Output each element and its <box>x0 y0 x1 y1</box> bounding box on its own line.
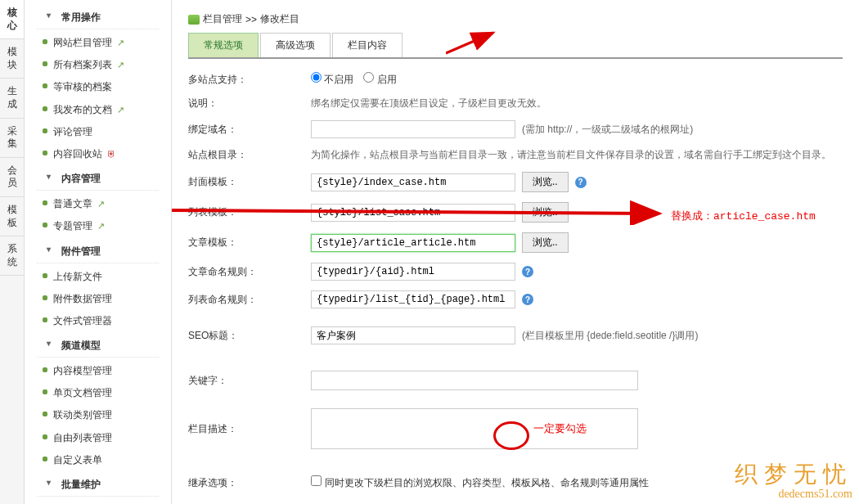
tab-general[interactable]: 常规选项 <box>188 33 259 57</box>
sidebar-item[interactable]: 上传新文件 <box>25 266 171 288</box>
domain-label: 绑定域名： <box>188 123 311 137</box>
siteroot-text: 为简化操作，站点根目录与当前栏目目录一致，请注意当前栏目文件保存目录的设置，域名… <box>311 148 831 162</box>
sidebar-group-title[interactable]: 频道模型 <box>37 335 159 358</box>
nav-tab-6[interactable]: 系统 <box>0 236 24 276</box>
annotation-check-text: 一定要勾选 <box>533 421 587 436</box>
browse-button-list[interactable]: 浏览.. <box>522 202 569 223</box>
nav-tab-2[interactable]: 生成 <box>0 79 24 118</box>
link-icon: ↗ <box>97 221 105 231</box>
link-icon: ↗ <box>117 38 124 47</box>
browse-button-article[interactable]: 浏览.. <box>522 232 569 253</box>
book-icon <box>188 15 200 25</box>
seo-label: SEO标题： <box>188 329 311 343</box>
article-rule-input[interactable] <box>311 263 515 281</box>
sidebar-item[interactable]: 所有档案列表↗ <box>25 54 171 76</box>
help-icon[interactable]: ? <box>522 294 533 305</box>
sidebar-item[interactable]: 网站栏目管理↗ <box>25 32 171 54</box>
sidebar-item[interactable]: 自由列表管理 <box>25 427 171 449</box>
sidebar-item[interactable]: 我发布的文档↗ <box>25 99 171 121</box>
nav-tab-0[interactable]: 核心 <box>0 0 24 39</box>
radio-multisite-off[interactable]: 不启用 <box>311 72 353 87</box>
nav-tab-4[interactable]: 会员 <box>0 158 24 197</box>
sidebar-item[interactable]: 自定义表单 <box>25 449 171 471</box>
inherit-checkbox-label[interactable]: 同时更改下级栏目的浏览权限、内容类型、模板风格、命名规则等通用属性 <box>311 475 649 490</box>
option-tabs: 常规选项 高级选项 栏目内容 <box>188 33 843 59</box>
sidebar-group-title[interactable]: 系统帮助 <box>37 499 159 504</box>
sidebar-group-title[interactable]: 批量维护 <box>37 474 159 497</box>
help-icon[interactable]: ? <box>522 266 533 277</box>
list-tpl-input[interactable] <box>311 204 515 222</box>
list-rule-input[interactable] <box>311 290 515 308</box>
article-tpl-label: 文章模板： <box>188 236 311 250</box>
help-icon[interactable]: ? <box>575 177 587 188</box>
nav-tab-5[interactable]: 模板 <box>0 197 24 236</box>
sidebar-item[interactable]: 单页文档管理 <box>25 382 171 404</box>
left-nav-tabs: 核心模块生成采集会员模板系统 <box>0 0 25 504</box>
sidebar-item[interactable]: 内容模型管理 <box>25 360 171 382</box>
browse-button-cover[interactable]: 浏览.. <box>522 172 569 192</box>
desc-input[interactable] <box>311 408 638 449</box>
sidebar: 常用操作网站栏目管理↗所有档案列表↗等审核的档案我发布的文档↗评论管理内容回收站… <box>25 0 172 504</box>
seo-input[interactable] <box>311 326 515 344</box>
sidebar-item[interactable]: 专题管理↗ <box>25 215 171 237</box>
breadcrumb: 栏目管理 >> 修改栏目 <box>188 8 843 33</box>
keywords-input[interactable] <box>311 371 638 390</box>
cover-tpl-label: 封面模板： <box>188 175 311 189</box>
tab-advanced[interactable]: 高级选项 <box>260 33 331 57</box>
sidebar-group-title[interactable]: 常用操作 <box>37 7 159 29</box>
seo-hint: (栏目模板里用 {dede:field.seotitle /}调用) <box>522 329 698 343</box>
note-label: 说明： <box>188 97 311 110</box>
keywords-label: 关键字： <box>188 374 311 388</box>
article-rule-label: 文章命名规则： <box>188 265 311 279</box>
sidebar-item[interactable]: 附件数据管理 <box>25 288 171 310</box>
siteroot-label: 站点根目录： <box>188 148 311 162</box>
nav-tab-3[interactable]: 采集 <box>0 119 24 158</box>
note-text: 绑名绑定仅需要在顶级栏目设定，子级栏目更改无效。 <box>311 97 546 110</box>
article-tpl-input[interactable] <box>311 234 515 252</box>
link-icon: ⛨ <box>107 149 116 159</box>
sidebar-item[interactable]: 联动类别管理 <box>25 404 171 426</box>
sidebar-item[interactable]: 文件式管理器 <box>25 310 171 332</box>
inherit-checkbox[interactable] <box>311 475 322 486</box>
sidebar-item[interactable]: 内容回收站⛨ <box>25 143 171 165</box>
main-panel: 栏目管理 >> 修改栏目 常规选项 高级选项 栏目内容 多站点支持： 不启用 启… <box>172 0 859 504</box>
link-icon: ↗ <box>97 199 105 209</box>
list-tpl-label: 列表模板： <box>188 205 311 219</box>
domain-input[interactable] <box>311 120 515 138</box>
sidebar-item[interactable]: 评论管理 <box>25 121 171 143</box>
radio-multisite-on[interactable]: 启用 <box>363 72 396 87</box>
sidebar-item[interactable]: 普通文章↗ <box>25 193 171 215</box>
inherit-label: 继承选项： <box>188 476 311 490</box>
list-rule-label: 列表命名规则： <box>188 293 311 307</box>
link-icon: ↗ <box>117 60 124 70</box>
annotation-replace-text: 替换成：article_case.htm <box>671 209 816 223</box>
tab-content[interactable]: 栏目内容 <box>332 33 403 57</box>
desc-label: 栏目描述： <box>188 422 311 436</box>
breadcrumb-current: 修改栏目 <box>260 12 299 26</box>
sidebar-group-title[interactable]: 内容管理 <box>37 168 159 191</box>
multisite-label: 多站点支持： <box>188 73 311 87</box>
domain-hint: (需加 http://，一级或二级域名的根网址) <box>522 123 693 137</box>
breadcrumb-sep: >> <box>245 14 257 25</box>
sidebar-group-title[interactable]: 附件管理 <box>37 241 159 263</box>
sidebar-item[interactable]: 等审核的档案 <box>25 76 171 98</box>
link-icon: ↗ <box>117 105 124 115</box>
breadcrumb-root[interactable]: 栏目管理 <box>203 12 242 26</box>
watermark: 织梦无忧 dedecms51.com <box>735 462 852 500</box>
cover-tpl-input[interactable] <box>311 173 515 191</box>
nav-tab-1[interactable]: 模块 <box>0 39 24 79</box>
